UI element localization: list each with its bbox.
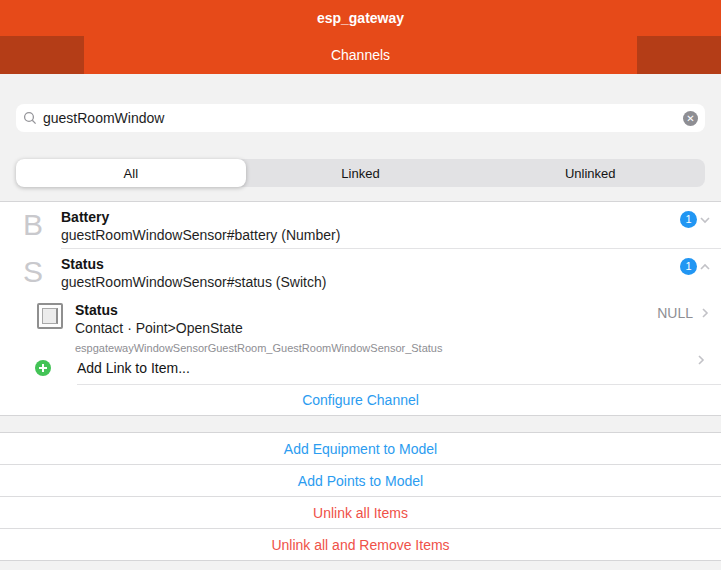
navbar: esp_gateway — [0, 0, 721, 36]
channel-letter-avatar: S — [18, 255, 48, 295]
clear-search-icon[interactable]: ✕ — [683, 111, 698, 126]
add-link-to-item-button[interactable]: Add Link to Item... — [0, 351, 721, 384]
channel-row-status[interactable]: S Status guestRoomWindowSensor#status (S… — [0, 249, 721, 295]
page-action-list: Add Equipment to Model Add Points to Mod… — [0, 432, 721, 561]
add-points-to-model-button[interactable]: Add Points to Model — [0, 465, 721, 496]
segment-all[interactable]: All — [16, 159, 246, 187]
channel-letter-avatar: B — [18, 208, 48, 248]
linked-count-badge: 1 — [680, 211, 697, 228]
segment-unlinked[interactable]: Unlinked — [475, 159, 705, 187]
search-field[interactable]: ✕ — [16, 104, 705, 132]
channel-title: Battery — [61, 208, 340, 226]
chevron-down-icon — [697, 212, 713, 228]
chevron-up-icon — [697, 259, 713, 275]
search-input[interactable] — [43, 104, 683, 132]
tab-next-partial[interactable] — [637, 36, 721, 74]
configure-channel-button[interactable]: Configure Channel — [0, 385, 721, 415]
window-icon — [37, 303, 63, 329]
channel-title: Status — [61, 255, 326, 273]
chevron-right-icon — [693, 352, 709, 368]
add-link-label: Add Link to Item... — [77, 360, 190, 376]
chevron-right-icon — [697, 305, 713, 321]
channel-row-battery[interactable]: B Battery guestRoomWindowSensor#battery … — [0, 202, 721, 248]
item-state-value: NULL — [657, 305, 693, 321]
page-title: esp_gateway — [317, 10, 404, 26]
channel-uid: guestRoomWindowSensor#battery (Number) — [61, 226, 340, 244]
tab-channels[interactable]: Channels — [84, 36, 637, 74]
segment-linked[interactable]: Linked — [246, 159, 476, 187]
channel-uid: guestRoomWindowSensor#status (Switch) — [61, 273, 326, 291]
linked-count-badge: 1 — [680, 258, 697, 275]
add-equipment-to-model-button[interactable]: Add Equipment to Model — [0, 433, 721, 464]
unlink-all-and-remove-items-button[interactable]: Unlink all and Remove Items — [0, 529, 721, 560]
linked-item-row[interactable]: Status Contact · Point>OpenState espgate… — [0, 295, 721, 351]
filter-segmented-control: All Linked Unlinked — [16, 159, 705, 187]
search-icon — [23, 111, 37, 125]
tab-previous-partial[interactable] — [0, 36, 84, 74]
channel-list: B Battery guestRoomWindowSensor#battery … — [0, 201, 721, 416]
tabbar: Channels — [0, 36, 721, 74]
plus-icon — [35, 360, 51, 376]
linked-item-meta: Contact · Point>OpenState — [75, 319, 442, 337]
searchbar: ✕ — [16, 104, 705, 132]
unlink-all-items-button[interactable]: Unlink all Items — [0, 497, 721, 528]
linked-item-title: Status — [75, 301, 442, 319]
